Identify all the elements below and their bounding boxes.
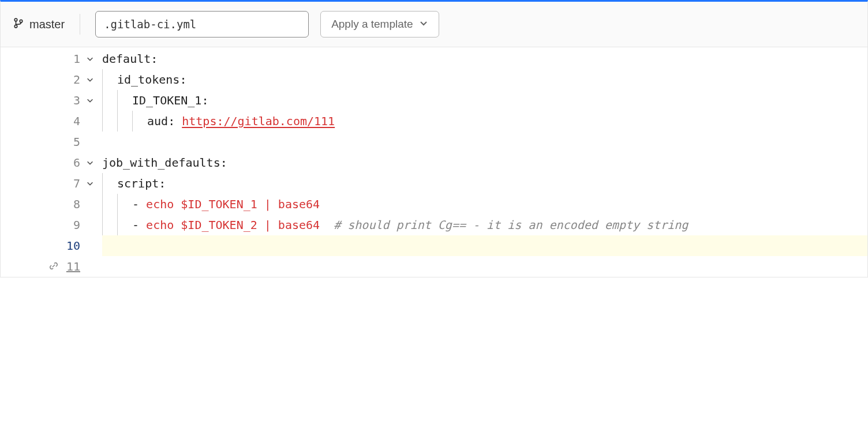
editor-panel: master Apply a template 1234567891011 de… xyxy=(0,0,868,277)
fold-toggle[interactable] xyxy=(85,179,95,187)
yaml-colon: : xyxy=(159,173,166,194)
code-line[interactable] xyxy=(102,256,867,277)
yaml-url[interactable]: https://gitlab.com/111 xyxy=(182,111,335,132)
indent-guide xyxy=(117,111,132,132)
yaml-key: script xyxy=(117,173,159,194)
gutter-row: 3 xyxy=(1,90,99,111)
chevron-down-icon xyxy=(419,18,428,31)
indent-guide xyxy=(102,173,117,194)
code-line[interactable]: script: xyxy=(102,173,867,194)
indent-guide xyxy=(117,90,132,111)
code-editor[interactable]: 1234567891011 default:id_tokens:ID_TOKEN… xyxy=(1,47,867,277)
line-number[interactable]: 8 xyxy=(63,194,80,215)
gutter-row: 1 xyxy=(1,48,99,69)
svg-point-0 xyxy=(14,18,17,21)
yaml-key: id_tokens xyxy=(117,69,179,90)
indent-guide xyxy=(117,194,132,215)
yaml-key: aud xyxy=(147,111,168,132)
line-number[interactable]: 7 xyxy=(63,173,80,194)
link-icon[interactable] xyxy=(49,256,58,277)
svg-point-1 xyxy=(14,25,17,28)
line-gutter: 1234567891011 xyxy=(1,48,99,277)
fold-toggle[interactable] xyxy=(85,55,95,63)
indent-guide xyxy=(102,90,117,111)
fold-toggle[interactable] xyxy=(85,76,95,84)
line-number[interactable]: 10 xyxy=(63,235,80,256)
indent-guide xyxy=(132,111,147,132)
yaml-colon: : xyxy=(151,48,158,69)
line-number[interactable]: 5 xyxy=(63,132,80,152)
yaml-key: job_with_defaults xyxy=(102,152,220,173)
yaml-colon: : xyxy=(179,69,186,90)
yaml-colon: : xyxy=(201,90,208,111)
indent-guide xyxy=(102,69,117,90)
git-branch-icon xyxy=(13,18,24,31)
gutter-row: 8 xyxy=(1,194,99,215)
yaml-colon: : xyxy=(168,111,182,132)
code-area[interactable]: default:id_tokens:ID_TOKEN_1:aud: https:… xyxy=(99,48,867,277)
yaml-colon: : xyxy=(220,152,227,173)
gutter-row: 11 xyxy=(1,256,99,277)
line-number[interactable]: 4 xyxy=(63,111,80,132)
yaml-string: echo $ID_TOKEN_2 | base64 xyxy=(146,215,320,235)
yaml-dash: - xyxy=(132,215,146,235)
apply-template-label: Apply a template xyxy=(331,18,413,31)
yaml-dash: - xyxy=(132,194,146,215)
indent-guide xyxy=(102,215,117,235)
yaml-string: echo $ID_TOKEN_1 | base64 xyxy=(146,194,320,215)
line-number[interactable]: 6 xyxy=(63,152,80,173)
line-number[interactable]: 3 xyxy=(63,90,80,111)
apply-template-button[interactable]: Apply a template xyxy=(320,11,439,37)
code-line[interactable]: - echo $ID_TOKEN_1 | base64 xyxy=(102,194,867,215)
yaml-key: ID_TOKEN_1 xyxy=(132,90,201,111)
gutter-row: 9 xyxy=(1,215,99,235)
yaml-comment: # should print Cg== - it is an encoded e… xyxy=(320,215,688,235)
svg-point-2 xyxy=(20,20,23,22)
branch-selector[interactable]: master xyxy=(13,16,65,33)
line-number[interactable]: 1 xyxy=(63,48,80,69)
line-number[interactable]: 2 xyxy=(63,69,80,90)
gutter-row: 10 xyxy=(1,235,99,256)
code-line[interactable] xyxy=(102,132,867,152)
line-number[interactable]: 9 xyxy=(63,215,80,235)
code-line[interactable]: default: xyxy=(102,48,867,69)
indent-guide xyxy=(102,111,117,132)
yaml-key: default xyxy=(102,48,151,69)
code-line[interactable]: - echo $ID_TOKEN_2 | base64 # should pri… xyxy=(102,215,867,235)
branch-name: master xyxy=(29,18,65,31)
filename-input[interactable] xyxy=(95,11,309,37)
gutter-row: 7 xyxy=(1,173,99,194)
fold-toggle[interactable] xyxy=(85,96,95,104)
code-line[interactable]: ID_TOKEN_1: xyxy=(102,90,867,111)
code-line[interactable]: job_with_defaults: xyxy=(102,152,867,173)
code-line[interactable]: aud: https://gitlab.com/111 xyxy=(102,111,867,132)
toolbar-divider xyxy=(80,14,80,35)
gutter-row: 2 xyxy=(1,69,99,90)
line-number[interactable]: 11 xyxy=(63,256,80,277)
code-line[interactable]: id_tokens: xyxy=(102,69,867,90)
gutter-row: 5 xyxy=(1,132,99,152)
fold-toggle[interactable] xyxy=(85,159,95,167)
indent-guide xyxy=(117,215,132,235)
indent-guide xyxy=(102,194,117,215)
gutter-row: 4 xyxy=(1,111,99,132)
editor-toolbar: master Apply a template xyxy=(1,2,867,47)
gutter-row: 6 xyxy=(1,152,99,173)
code-line[interactable] xyxy=(102,235,867,256)
